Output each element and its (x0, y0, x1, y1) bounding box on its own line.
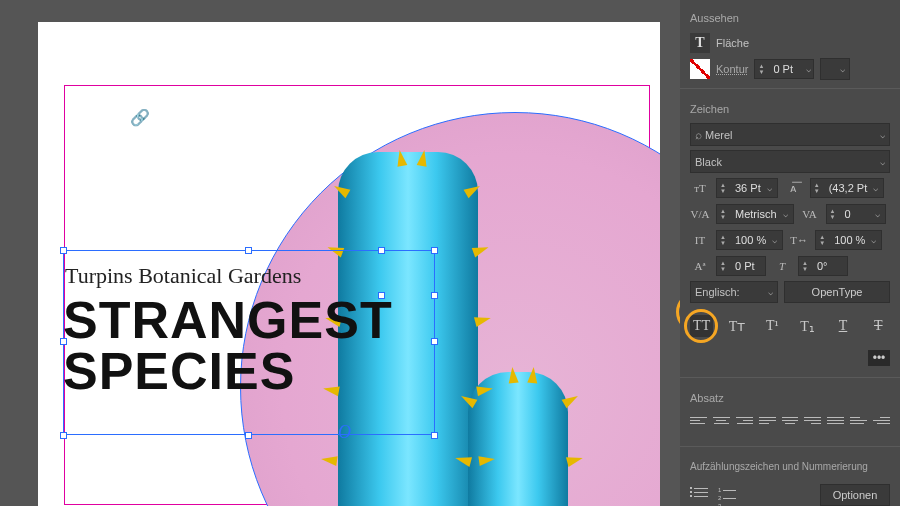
document-canvas[interactable]: 🔗 Turpins Botanical Gardens STRANGEST SP… (38, 22, 660, 506)
justify-left-button[interactable] (759, 412, 776, 428)
list-options-button[interactable]: Optionen (820, 484, 890, 506)
font-family-value: Merel (705, 129, 733, 141)
kerning-input[interactable]: ▲▼ Metrisch ⌵ (716, 204, 794, 224)
tracking-icon: VA (800, 204, 820, 224)
align-left-button[interactable] (690, 412, 707, 428)
all-caps-button[interactable]: TT (690, 315, 713, 337)
font-size-input[interactable]: ▲▼ 36 Pt ⌵ (716, 178, 778, 198)
align-right-button[interactable] (736, 412, 753, 428)
leading-icon: ᴀ͞ (784, 178, 804, 198)
align-towards-spine-button[interactable] (850, 412, 867, 428)
small-caps-button[interactable]: Tᴛ (725, 315, 748, 337)
align-center-button[interactable] (713, 412, 730, 428)
chevron-down-icon: ⌵ (880, 130, 885, 140)
stroke-weight-input[interactable]: ▲▼ 0 Pt ⌵ (754, 59, 814, 79)
selection-handle[interactable] (245, 247, 252, 254)
numbered-list-button[interactable]: 1 2 3 (718, 487, 736, 503)
bullets-section-title: Aufzählungszeichen und Nummerierung (690, 461, 890, 472)
strikethrough-button[interactable]: T (867, 315, 890, 337)
selection-handle[interactable] (431, 338, 438, 345)
character-section-title: Zeichen (690, 103, 890, 115)
skew-icon: T (772, 256, 792, 276)
vertical-scale-icon: IT (690, 230, 710, 250)
justify-all-button[interactable] (827, 412, 844, 428)
font-style-dropdown[interactable]: Black ⌵ (690, 150, 890, 173)
underline-button[interactable]: T (831, 315, 854, 337)
font-size-icon: тT (690, 178, 710, 198)
overflow-indicator: O (338, 422, 351, 443)
language-dropdown[interactable]: Englisch: ⌵ (690, 281, 778, 303)
selection-handle[interactable] (245, 432, 252, 439)
align-away-spine-button[interactable] (873, 412, 890, 428)
selection-handle[interactable] (60, 432, 67, 439)
horizontal-scale-icon: T↔ (789, 230, 809, 250)
selection-handle[interactable] (431, 292, 438, 299)
horizontal-scale-input[interactable]: ▲▼ 100 % ⌵ (815, 230, 882, 250)
baseline-shift-icon: Aª (690, 256, 710, 276)
bulleted-list-button[interactable] (690, 487, 708, 503)
leading-input[interactable]: ▲▼ (43,2 Pt ⌵ (810, 178, 885, 198)
fill-swatch-icon[interactable]: T (690, 33, 710, 53)
superscript-button[interactable]: T¹ (761, 315, 784, 337)
selection-handle[interactable] (431, 247, 438, 254)
link-icon: 🔗 (130, 108, 150, 127)
spike (527, 367, 538, 384)
text-frame-selection[interactable] (63, 250, 435, 435)
stroke-label[interactable]: Kontur (716, 63, 748, 75)
font-style-value: Black (695, 156, 722, 168)
spike (507, 367, 518, 384)
subscript-button[interactable]: T₁ (796, 315, 819, 337)
paragraph-section-title: Absatz (690, 392, 890, 404)
properties-panel: Aussehen T Fläche Kontur ▲▼ 0 Pt ⌵ ⌵ Zei… (680, 0, 900, 506)
baseline-shift-input[interactable]: ▲▼ 0 Pt (716, 256, 766, 276)
tracking-input[interactable]: ▲▼ 0 ⌵ (826, 204, 886, 224)
stroke-style-dropdown[interactable]: ⌵ (820, 58, 850, 80)
justify-center-button[interactable] (782, 412, 799, 428)
selection-handle[interactable] (60, 247, 67, 254)
appearance-section-title: Aussehen (690, 12, 890, 24)
justify-right-button[interactable] (804, 412, 821, 428)
stroke-weight-value: 0 Pt (767, 63, 803, 75)
skew-input[interactable]: ▲▼ 0° (798, 256, 848, 276)
selection-handle[interactable] (431, 432, 438, 439)
selection-handle[interactable] (378, 247, 385, 254)
chevron-down-icon: ⌵ (880, 157, 885, 167)
spike (320, 454, 337, 466)
selection-handle[interactable] (60, 338, 67, 345)
selection-handle[interactable] (378, 292, 385, 299)
opentype-button[interactable]: OpenType (784, 281, 890, 303)
vertical-scale-input[interactable]: ▲▼ 100 % ⌵ (716, 230, 783, 250)
fill-label: Fläche (716, 37, 749, 49)
kerning-icon: V/A (690, 204, 710, 224)
more-options-button[interactable]: ••• (868, 350, 890, 366)
stroke-swatch-icon[interactable] (690, 59, 710, 79)
search-icon: ⌕ (695, 128, 702, 142)
font-family-dropdown[interactable]: ⌕ Merel ⌵ (690, 123, 890, 146)
